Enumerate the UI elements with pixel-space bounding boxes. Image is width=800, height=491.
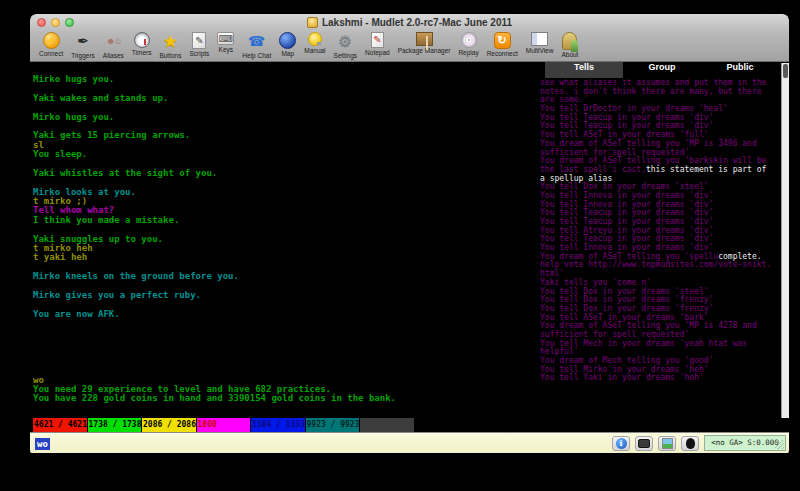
console-line: You have 228 gold coins in hand and 3390… [33, 394, 537, 403]
titlebar[interactable]: Lakshmi - Mudlet 2.0-rc7-Mac June 2011 [30, 14, 789, 31]
tells-text[interactable]: see what aliases it assumes and put them… [540, 79, 779, 418]
zoom-button[interactable] [65, 18, 74, 27]
toolbar-label-map: Map [281, 50, 294, 57]
input-keyboard-button[interactable] [635, 436, 653, 451]
toolbar-button-map[interactable]: Map [275, 32, 300, 57]
replay-icon [461, 32, 477, 48]
tells-segment: You tell ASeT in your dreams 'full' [540, 130, 709, 139]
console-line: Yaki wakes and stands up. [33, 94, 537, 103]
tells-segment: You dream of ASeT telling you 'barkskin … [540, 156, 766, 165]
toolbar-button-connect[interactable]: Connect [35, 32, 67, 57]
toolbar-button-help-chat[interactable]: Help Chat [238, 32, 275, 59]
tells-segment: sufficient for spell requested' [540, 148, 689, 157]
tells-segment: You tell ASeT in your dreams 'bark' [540, 313, 709, 322]
tells-segment: You tell DrDoctor in your dreams 'heal' [540, 104, 728, 113]
gauges: 4621 / 46211738 / 17382086 / 20861000130… [33, 418, 415, 432]
tells-segment: You tell Teacup in your dreams 'div' [540, 113, 713, 122]
tells-segment: You tell Mech in your dreams 'yeah htat … [540, 339, 747, 348]
toolbar-button-multiview[interactable]: MultiView [522, 32, 558, 54]
notepad-icon [371, 32, 384, 48]
help-chat-icon [247, 32, 267, 51]
console-line: You are now AFK. [33, 310, 537, 319]
tells-segment: You tell Teacup in your dreams 'div' [540, 121, 713, 130]
input-right-cluster: <no GA> S:0.000 [612, 435, 786, 451]
toolbar-label-reconnect: Reconnect [487, 50, 518, 57]
tells-scrollbar[interactable] [781, 63, 789, 418]
toolbar-button-aliases[interactable]: Aliases [99, 32, 128, 59]
toolbar-label-help-chat: Help Chat [242, 52, 271, 59]
window-title: Lakshmi - Mudlet 2.0-rc7-Mac June 2011 [322, 17, 512, 28]
main-console-text[interactable]: Mirko hugs you. Yaki wakes and stands up… [30, 62, 537, 418]
close-button[interactable] [37, 18, 46, 27]
tells-segment: helpful' [540, 347, 579, 356]
timers-icon [134, 32, 150, 48]
toolbar-button-about[interactable]: About [557, 32, 582, 58]
aliases-icon [103, 32, 123, 51]
tells-line: help vote http://www.topmudsites.com/vot… [540, 261, 779, 270]
tells-segment: You dream of Mech telling you 'good' [540, 356, 713, 365]
toolbar-button-settings[interactable]: Settings [330, 32, 362, 59]
tells-panel: TellsGroupPublic see what aliases it ass… [537, 62, 789, 418]
tells-segment: You tell Dox in your dreams 'steel' [540, 287, 709, 296]
toolbar-label-settings: Settings [334, 52, 358, 59]
console-line: You sleep. [33, 150, 537, 159]
package-icon [416, 32, 433, 46]
tells-segment: You dream of ASeT telling you 'MP is 427… [540, 321, 757, 330]
tells-segment: notes. i don't think there are many, but… [540, 87, 762, 96]
window-chrome: Lakshmi - Mudlet 2.0-rc7-Mac June 2011 C… [30, 14, 789, 62]
console-line: Mirko hugs you. [33, 113, 537, 122]
toolbar-button-scripts[interactable]: Scripts [185, 32, 213, 57]
toolbar-button-manual[interactable]: Manual [300, 32, 329, 54]
toolbar-label-triggers: Triggers [71, 52, 95, 59]
toolbar-button-reconnect[interactable]: Reconnect [483, 32, 522, 57]
mudlet-window: Lakshmi - Mudlet 2.0-rc7-Mac June 2011 C… [30, 14, 789, 454]
gauge-7 [360, 418, 414, 432]
image-icon [662, 438, 673, 449]
toolbar-button-timers[interactable]: Timers [128, 32, 156, 56]
minimize-button[interactable] [51, 18, 60, 27]
tab-public[interactable]: Public [701, 62, 779, 78]
toolbar-label-connect: Connect [39, 50, 63, 57]
toolbar-label-aliases: Aliases [103, 52, 124, 59]
tells-segment: complete. [718, 252, 761, 261]
toolbar-label-buttons: Buttons [159, 52, 181, 59]
tells-segment: You dream of ASeT telling you 'spellu [540, 252, 718, 261]
about-icon [562, 32, 577, 50]
tells-segment: You tell Yaki in your dreams 'heh' [540, 373, 704, 382]
settings-icon [335, 32, 355, 51]
tells-segment: You tell Innova in your dreams 'div' [540, 200, 713, 209]
tells-segment: this statement is part of [646, 165, 766, 174]
toolbar-button-triggers[interactable]: Triggers [67, 32, 99, 59]
console-line [33, 329, 537, 338]
toolbar-button-package-manager[interactable]: Package Manager [394, 32, 455, 54]
toolbar-label-manual: Manual [304, 47, 325, 54]
tells-segment: You tell Dox in your dreams 'frenzy' [540, 295, 713, 304]
tab-tells[interactable]: Tells [545, 62, 623, 78]
tells-segment: html' [540, 269, 564, 278]
toolbar-button-buttons[interactable]: Buttons [155, 32, 185, 59]
console-line: sl [33, 141, 537, 150]
input-image-button[interactable] [658, 436, 676, 451]
gauge-6: 9923 / 9923 [306, 418, 360, 432]
toolbar-button-notepad[interactable]: Notepad [361, 32, 394, 56]
console-line: Yaki gets 15 piercing arrows. [33, 131, 537, 140]
toolbar-label-about: About [561, 51, 578, 58]
tells-segment: You tell Innova in your dreams 'div' [540, 243, 713, 252]
console-line: Mirko hugs you. [33, 75, 537, 84]
toolbar-button-replay[interactable]: Replay [454, 32, 482, 56]
command-input[interactable]: wo <no GA> S:0.000 [30, 432, 789, 453]
toolbar-label-timers: Timers [132, 49, 152, 56]
reconnect-icon [494, 32, 511, 49]
tells-segment: help vote http://www.topmudsites.com/vot… [540, 260, 771, 269]
input-bug-button[interactable] [681, 436, 699, 451]
input-info-button[interactable] [612, 436, 630, 451]
toolbar-label-multiview: MultiView [526, 47, 554, 54]
toolbar-label-package-manager: Package Manager [398, 47, 451, 54]
tab-group[interactable]: Group [623, 62, 701, 78]
tells-segment: You tell Teacup in your dreams 'div' [540, 208, 713, 217]
toolbar-button-keys[interactable]: Keys [213, 32, 238, 53]
gauge-2: 1738 / 1738 [88, 418, 142, 432]
console-line: Mirko gives you a perfect ruby. [33, 291, 537, 300]
console-line [33, 366, 537, 375]
scrollbar-thumb[interactable] [783, 64, 788, 78]
